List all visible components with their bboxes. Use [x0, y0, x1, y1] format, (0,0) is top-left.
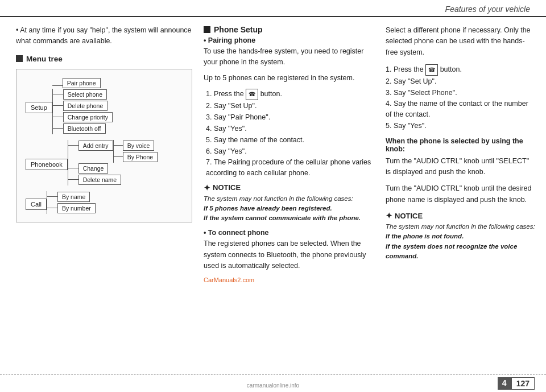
notice-2-title: ✦ NOTICE — [386, 211, 536, 220]
step-5: 5. Say the name of the contact. — [206, 134, 374, 146]
page-indicator: 4 127 — [498, 377, 535, 390]
main-content: • At any time if you say "help", the sys… — [0, 17, 546, 376]
right-column: Select a different phone if necessary. O… — [380, 25, 536, 370]
intro-text: • At any time if you say "help", the sys… — [16, 25, 192, 47]
notice-1: ✦ NOTICE The system may not function in … — [204, 183, 374, 224]
page-number: 127 — [511, 377, 535, 390]
chapter-number: 4 — [498, 377, 511, 390]
phonebook-root: Phonebook — [26, 159, 68, 170]
notice-2-text: The system may not function in the follo… — [386, 222, 536, 261]
by-number-node: By number — [57, 203, 96, 213]
menu-tree-diagram: Setup Pair phone Select — [16, 69, 192, 222]
pairing-line2: Up to 5 phones can be registered in the … — [204, 73, 374, 84]
menu-tree-heading: Menu tree — [16, 55, 192, 63]
knob-heading: When the phone is selected by using the … — [386, 137, 536, 153]
knob-text-2: Turn the "AUDIO CTRL" knob until the des… — [386, 183, 536, 205]
setup-root: Setup — [26, 102, 52, 113]
select-phone-intro: Select a different phone if necessary. O… — [386, 25, 536, 58]
change-priority-row: Change priority — [53, 112, 113, 123]
pairing-phone-heading: Pairing phone — [204, 36, 374, 44]
bluetooth-off-node: Bluetooth off — [63, 123, 106, 134]
connect-phone-text: The registered phones can be selected. W… — [204, 238, 374, 271]
step-1: 1. Press the ☎ button. — [206, 88, 374, 100]
by-phone-node: By Phone — [123, 152, 158, 162]
call-tree: Call By name By number — [26, 191, 186, 214]
select-phone-row: Select phone — [53, 89, 113, 100]
r-step-4: 4. Say the name of the contact or the nu… — [386, 98, 536, 120]
knob-text-1: Turn the "AUDIO CTRL" knob until "SELECT… — [386, 156, 536, 178]
phone-setup-heading: Phone Setup — [204, 25, 374, 34]
by-name-node: By name — [57, 192, 90, 202]
r-step-2: 2. Say "Set Up". — [386, 76, 536, 87]
bottom-logo: carmanualonline.info — [247, 382, 299, 389]
r-step-5: 5. Say "Yes". — [386, 120, 536, 131]
connect-phone-section: To connect phone The registered phones c… — [204, 229, 374, 283]
page-footer: carmanualonline.info 4 127 — [0, 374, 546, 392]
square-icon — [16, 55, 23, 62]
notice-1-text: The system may not function in the fol­l… — [204, 194, 374, 224]
by-voice-node: By voice — [123, 141, 155, 151]
step-6: 6. Say "Yes". — [206, 146, 374, 157]
delete-phone-node: Delete phone — [63, 101, 107, 111]
pair-phone-row: Pair phone — [52, 77, 113, 89]
left-column: • At any time if you say "help", the sys… — [16, 25, 192, 370]
delete-name-node: Delete name — [78, 175, 122, 185]
change-node: Change — [78, 163, 109, 174]
r-step-3: 3. Say "Select Phone". — [386, 87, 536, 98]
phone-button-icon-r: ☎ — [425, 64, 438, 76]
notice-symbol-2: ✦ — [386, 211, 392, 220]
connect-phone-heading: To connect phone — [204, 229, 374, 237]
notice-1-title: ✦ NOTICE — [204, 183, 374, 192]
step-3: 3. Say "Pair Phone". — [206, 112, 374, 123]
delete-phone-row: Delete phone — [53, 100, 113, 112]
bluetooth-off-row: Bluetooth off — [53, 123, 113, 134]
setup-tree: Setup Pair phone Select — [26, 77, 186, 134]
page-header: Features of your vehicle — [0, 0, 546, 17]
call-root: Call — [26, 199, 47, 210]
phonebook-tree: Phonebook Add entry By voice — [26, 140, 186, 185]
r-step-1: 1. Press the ☎ button. — [386, 64, 536, 76]
pairing-steps: 1. Press the ☎ button. 2. Say "Set Up". … — [206, 88, 374, 179]
middle-column: Phone Setup Pairing phone To use the han… — [198, 25, 374, 370]
phone-button-icon: ☎ — [246, 89, 258, 100]
select-phone-node: Select phone — [63, 89, 107, 100]
notice-symbol-1: ✦ — [204, 183, 210, 192]
step-4: 4. Say "Yes". — [206, 123, 374, 134]
change-priority-node: Change priority — [63, 112, 113, 122]
select-steps: 1. Press the ☎ button. 2. Say "Set Up". … — [386, 64, 536, 131]
watermark: CarManuals2.com — [204, 277, 374, 283]
pair-phone-node: Pair phone — [63, 78, 101, 88]
black-square-icon — [204, 26, 210, 33]
add-entry-node: Add entry — [78, 141, 113, 151]
step-2: 2. Say "Set Up". — [206, 100, 374, 112]
pairing-intro: To use the hands-free system, you need t… — [204, 46, 374, 68]
notice-2: ✦ NOTICE The system may not function in … — [386, 211, 536, 261]
header-title: Features of your vehicle — [445, 5, 530, 14]
step-7: 7. The Pairing procedure of the cellular… — [206, 157, 374, 179]
